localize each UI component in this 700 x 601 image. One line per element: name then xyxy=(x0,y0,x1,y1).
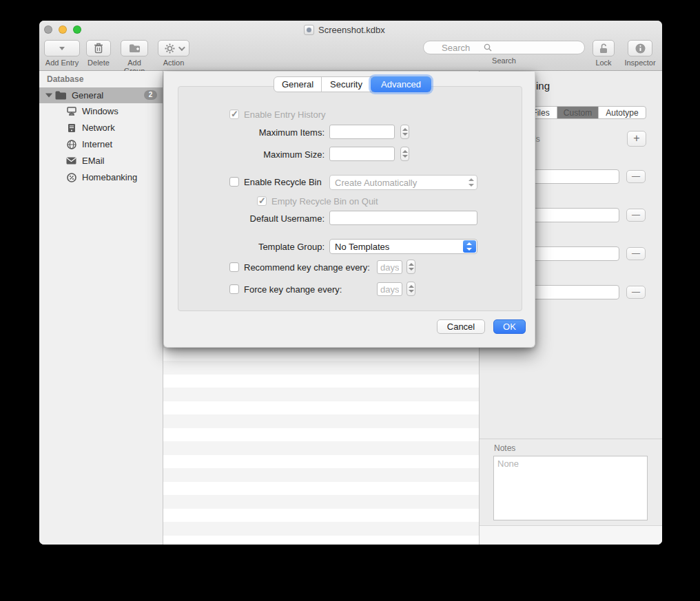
tab-general[interactable]: General xyxy=(274,77,322,92)
inspector-label: Inspector xyxy=(622,59,658,67)
sidebar-item-label: Windows xyxy=(82,106,119,116)
maximum-items-stepper[interactable] xyxy=(400,125,409,139)
enable-entry-history-checkbox[interactable] xyxy=(229,109,239,119)
percent-circle-icon xyxy=(65,173,77,182)
sidebar-item-label: Homebanking xyxy=(82,172,137,182)
action-button[interactable] xyxy=(158,40,189,56)
sidebar-item-label: Network xyxy=(82,123,115,133)
remove-field-button[interactable]: — xyxy=(626,247,646,260)
enable-recycle-bin-checkbox[interactable] xyxy=(229,177,239,187)
trash-icon xyxy=(94,43,103,54)
default-username-input[interactable] xyxy=(329,211,477,225)
add-group-button[interactable] xyxy=(121,40,148,56)
window-title: Screenshot.kdbx xyxy=(318,25,385,35)
recycle-bin-mode-popup[interactable]: Create Automatically xyxy=(329,175,477,190)
unlock-icon xyxy=(599,43,608,54)
inspector-entry-title: ing xyxy=(536,80,550,92)
app-window: Screenshot.kdbx Add Entry Delete Add xyxy=(39,21,662,545)
force-days-input[interactable] xyxy=(377,282,402,296)
sidebar-item-label: EMail xyxy=(82,156,105,166)
sidebar-header: Database xyxy=(47,74,83,84)
sidebar-item-label: General xyxy=(72,90,103,101)
force-key-change-checkbox[interactable] xyxy=(229,284,239,294)
inspector-footer xyxy=(480,525,662,545)
dropdown-arrow-icon xyxy=(59,47,65,50)
remove-field-button[interactable]: — xyxy=(626,170,646,183)
recycle-bin-mode-value: Create Automatically xyxy=(335,178,417,188)
add-entry-label: Add Entry xyxy=(44,59,80,67)
tab-security[interactable]: Security xyxy=(322,77,371,92)
folder-icon xyxy=(55,91,67,100)
maximum-size-label: Maximum Size: xyxy=(207,149,325,160)
info-icon xyxy=(635,43,646,54)
template-group-popup[interactable]: No Templates xyxy=(329,239,477,254)
remove-field-button[interactable]: — xyxy=(626,286,646,299)
gear-icon xyxy=(165,43,175,54)
search-icon xyxy=(484,43,492,52)
delete-label: Delete xyxy=(86,59,111,67)
server-icon xyxy=(65,123,77,133)
recommend-days-input[interactable] xyxy=(377,260,402,274)
document-proxy-icon xyxy=(304,25,314,35)
dialog-tabs: General Security Advanced xyxy=(274,76,431,92)
add-entry-button[interactable] xyxy=(44,40,80,56)
notes-textarea[interactable] xyxy=(493,456,648,520)
window-title-area: Screenshot.kdbx xyxy=(304,25,385,35)
sidebar-item-homebanking[interactable]: Homebanking xyxy=(39,169,163,185)
sidebar-item-windows[interactable]: Windows xyxy=(39,103,163,119)
ok-button[interactable]: OK xyxy=(493,319,526,334)
force-days-stepper[interactable] xyxy=(406,282,415,296)
sidebar-item-label: Internet xyxy=(82,139,112,149)
popup-chevrons-icon xyxy=(463,240,476,253)
maximum-items-input[interactable] xyxy=(329,125,395,139)
empty-recycle-bin-checkbox[interactable] xyxy=(257,196,267,206)
recommend-days-stepper[interactable] xyxy=(406,260,415,274)
tab-autotype[interactable]: Autotype xyxy=(599,107,646,118)
sidebar-item-email[interactable]: EMail xyxy=(39,153,163,169)
chevron-down-icon xyxy=(178,44,185,51)
tab-custom[interactable]: Custom xyxy=(557,107,599,118)
add-entry-dropdown[interactable] xyxy=(57,41,68,56)
recommend-key-change-label: Recommend key change every: xyxy=(244,262,370,273)
popup-chevrons-icon xyxy=(467,177,474,188)
delete-button[interactable] xyxy=(86,40,111,56)
template-group-value: No Templates xyxy=(335,242,389,252)
notes-label: Notes xyxy=(494,443,515,453)
zoom-button[interactable] xyxy=(73,25,81,34)
lock-label: Lock xyxy=(593,59,615,67)
windows-group-icon xyxy=(65,107,77,116)
default-username-label: Default Username: xyxy=(207,213,325,224)
enable-entry-history-label: Enable Entry History xyxy=(244,109,326,120)
search-input[interactable] xyxy=(423,41,585,54)
disclosure-triangle-icon[interactable] xyxy=(45,94,52,98)
add-field-button[interactable]: + xyxy=(627,131,646,147)
recommend-key-change-checkbox[interactable] xyxy=(229,262,239,272)
close-button[interactable] xyxy=(44,25,52,34)
database-settings-dialog: General Security Advanced Enable Entry H… xyxy=(163,72,535,348)
remove-field-button[interactable]: — xyxy=(626,209,646,222)
sidebar: Database General 2 Windows Network xyxy=(39,71,163,545)
sidebar-item-network[interactable]: Network xyxy=(39,120,163,136)
maximum-items-label: Maximum Items: xyxy=(207,127,325,138)
minimize-button[interactable] xyxy=(59,25,67,34)
enable-recycle-bin-label: Enable Recycle Bin xyxy=(244,177,322,187)
template-group-label: Template Group: xyxy=(207,242,325,252)
titlebar-toolbar: Screenshot.kdbx Add Entry Delete Add xyxy=(39,21,662,71)
force-key-change-label: Force key change every: xyxy=(244,284,342,295)
folder-plus-icon xyxy=(129,43,141,53)
search-label: Search xyxy=(423,56,585,65)
envelope-icon xyxy=(65,157,77,165)
globe-icon xyxy=(65,140,77,149)
maximum-size-input[interactable] xyxy=(329,147,395,161)
item-count-badge: 2 xyxy=(144,90,157,100)
inspector-button[interactable] xyxy=(628,40,652,56)
sidebar-item-general[interactable]: General 2 xyxy=(39,87,163,103)
action-label: Action xyxy=(158,59,189,67)
traffic-lights xyxy=(44,25,81,34)
lock-button[interactable] xyxy=(593,40,615,56)
maximum-size-stepper[interactable] xyxy=(400,147,409,161)
tab-advanced[interactable]: Advanced xyxy=(371,76,431,92)
empty-recycle-bin-label: Empty Recycle Bin on Quit xyxy=(271,196,378,207)
sidebar-item-internet[interactable]: Internet xyxy=(39,136,163,152)
cancel-button[interactable]: Cancel xyxy=(437,319,485,334)
